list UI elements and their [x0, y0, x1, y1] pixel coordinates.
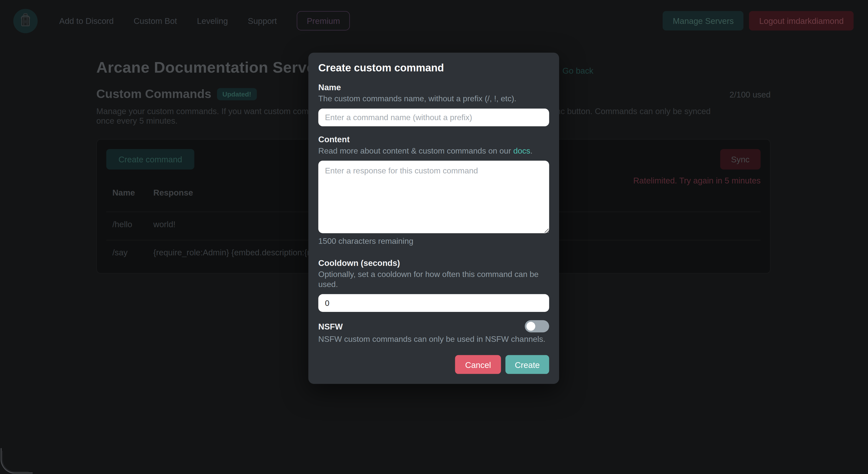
app-stage: Add to Discord Custom Bot Leveling Suppo… — [0, 0, 868, 474]
top-navbar: Add to Discord Custom Bot Leveling Suppo… — [0, 0, 868, 41]
create-button[interactable]: Create — [505, 355, 549, 374]
name-field: Name The custom commands name, without a… — [318, 83, 549, 126]
command-content-textarea[interactable] — [318, 160, 549, 233]
paint-bucket-icon — [17, 11, 34, 30]
content-description-text: Read more about content & custom command… — [318, 146, 513, 155]
sync-column: Sync Ratelimited. Try again in 5 minutes — [633, 149, 761, 185]
nsfw-field: NSFW NSFW custom commands can only be us… — [318, 320, 549, 344]
command-name: /say — [106, 247, 147, 257]
nsfw-label: NSFW — [318, 321, 343, 331]
nav-link-leveling[interactable]: Leveling — [197, 16, 228, 25]
column-header-name: Name — [106, 188, 147, 197]
nav-links: Add to Discord Custom Bot Leveling Suppo… — [59, 16, 277, 25]
name-description: The custom commands name, without a pref… — [318, 93, 549, 103]
updated-badge: Updated! — [217, 88, 257, 100]
toggle-knob-icon — [526, 322, 535, 331]
characters-remaining: 1500 characters remaining — [318, 237, 549, 245]
manage-servers-button[interactable]: Manage Servers — [663, 11, 744, 30]
cooldown-description: Optionally, set a cooldown for how often… — [318, 269, 549, 289]
content-field: Content Read more about content & custom… — [318, 135, 549, 245]
modal-actions: Cancel Create — [318, 355, 549, 374]
command-name: /hello — [106, 219, 147, 229]
nav-link-add-to-discord[interactable]: Add to Discord — [59, 16, 114, 25]
go-back-link[interactable]: Go back — [562, 66, 593, 75]
create-custom-command-modal: Create custom command Name The custom co… — [308, 53, 559, 384]
name-label: Name — [318, 83, 549, 92]
create-command-button[interactable]: Create command — [106, 149, 194, 170]
arcane-logo[interactable] — [13, 8, 38, 33]
content-label: Content — [318, 135, 549, 144]
logout-button[interactable]: Logout imdarkdiamond — [749, 11, 854, 30]
cancel-button[interactable]: Cancel — [455, 355, 501, 374]
usage-counter: 2/100 used — [730, 89, 771, 99]
sync-button[interactable]: Sync — [720, 149, 761, 170]
ratelimit-message: Ratelimited. Try again in 5 minutes — [633, 176, 761, 185]
cooldown-input[interactable] — [318, 294, 549, 312]
cooldown-field: Cooldown (seconds) Optionally, set a coo… — [318, 258, 549, 312]
nav-link-custom-bot[interactable]: Custom Bot — [134, 16, 177, 25]
window-corner-outline — [0, 448, 33, 474]
premium-button[interactable]: Premium — [297, 11, 350, 30]
window-corner-outline-inner — [2, 451, 29, 472]
cooldown-label: Cooldown (seconds) — [318, 258, 549, 267]
modal-title: Create custom command — [318, 62, 549, 74]
nsfw-toggle[interactable] — [525, 320, 549, 332]
arcane-dashboard: Add to Discord Custom Bot Leveling Suppo… — [0, 0, 868, 474]
nsfw-description: NSFW custom commands can only be used in… — [318, 334, 549, 344]
content-description-period: . — [530, 146, 532, 155]
content-description: Read more about content & custom command… — [318, 146, 549, 156]
nav-link-support[interactable]: Support — [248, 16, 277, 25]
docs-link[interactable]: docs — [514, 146, 530, 155]
command-name-input[interactable] — [318, 109, 549, 126]
section-heading: Custom Commands — [96, 87, 212, 101]
